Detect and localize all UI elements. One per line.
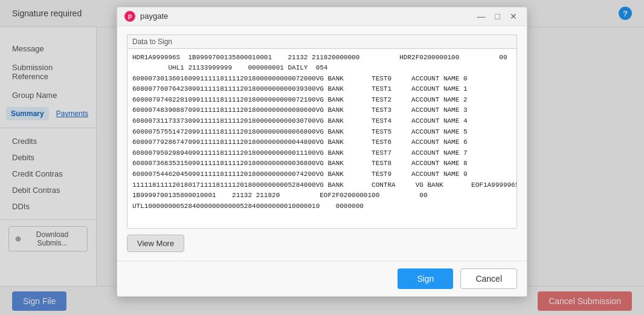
sign-button[interactable]: Sign bbox=[398, 268, 453, 289]
paygate-logo: p bbox=[124, 11, 135, 22]
modal-overlay: p paygate — □ ✕ Data to Sign HDR1A999996… bbox=[0, 0, 644, 315]
cancel-button[interactable]: Cancel bbox=[460, 268, 517, 289]
data-to-sign-label: Data to Sign bbox=[127, 35, 517, 49]
modal-title: paygate bbox=[140, 11, 168, 21]
modal-footer: Sign Cancel bbox=[117, 261, 527, 296]
modal-dialog: p paygate — □ ✕ Data to Sign HDR1A999996… bbox=[117, 7, 527, 297]
data-content[interactable]: HDR1A999996S 1B9999700135800010001 21132… bbox=[127, 49, 517, 228]
close-button[interactable]: ✕ bbox=[507, 12, 520, 21]
minimize-button[interactable]: — bbox=[475, 12, 488, 21]
view-more-button[interactable]: View More bbox=[127, 235, 184, 252]
data-to-sign-section: Data to Sign HDR1A999996S 1B999970013580… bbox=[127, 34, 517, 229]
modal-titlebar: p paygate — □ ✕ bbox=[117, 7, 527, 26]
maximize-button[interactable]: □ bbox=[493, 12, 503, 21]
modal-body: Data to Sign HDR1A999996S 1B999970013580… bbox=[117, 26, 527, 261]
